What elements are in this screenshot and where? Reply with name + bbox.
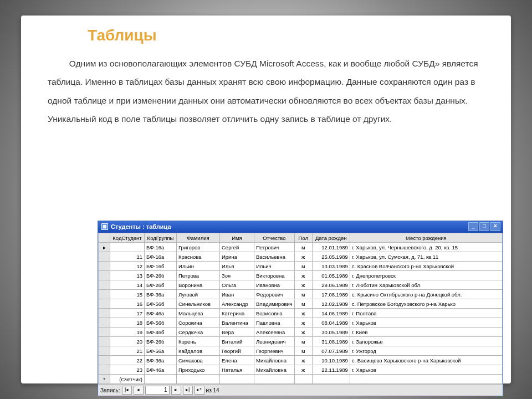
window-titlebar[interactable]: ▦ Студенты : таблица _ □ × bbox=[98, 221, 503, 233]
cell-surname[interactable]: Корень bbox=[177, 337, 220, 346]
row-selector[interactable] bbox=[99, 280, 110, 290]
row-selector[interactable] bbox=[99, 337, 110, 346]
cell-place[interactable]: г. Харьков bbox=[350, 318, 502, 328]
cell-id[interactable]: 14 bbox=[110, 280, 145, 290]
cell-name[interactable]: Зоя bbox=[220, 271, 254, 280]
cell-group[interactable]: БФ-46а bbox=[145, 309, 177, 318]
cell-patronymic[interactable]: Васильевна bbox=[254, 252, 295, 262]
column-header[interactable]: Отчество bbox=[254, 233, 295, 243]
cell-name[interactable]: Катерина bbox=[220, 309, 254, 318]
cell-dob[interactable]: 12.01.1989 bbox=[312, 243, 350, 252]
table-row[interactable]: 22БФ-36аСимаковаЕленаМихайловнаж10.10.19… bbox=[99, 356, 503, 365]
cell-name[interactable]: Сергей bbox=[220, 243, 254, 252]
cell-surname[interactable]: Воронина bbox=[177, 280, 220, 290]
cell-dob[interactable]: 01.05.1989 bbox=[312, 271, 350, 280]
cell-id[interactable]: 18 bbox=[110, 318, 145, 328]
cell-name[interactable]: Ирина bbox=[220, 252, 254, 262]
cell-dob[interactable]: 17.08.1989 bbox=[312, 290, 350, 299]
cell-place[interactable]: с. Краснов Волчанского р-на Харьковской bbox=[350, 262, 502, 271]
nav-new-button[interactable]: ▸* bbox=[195, 386, 204, 395]
cell-name[interactable]: Георгий bbox=[220, 346, 254, 356]
cell-patronymic[interactable]: Леонидович bbox=[254, 337, 295, 346]
cell-gender[interactable]: м bbox=[294, 346, 312, 356]
table-row[interactable]: 18БФ-56бСорокинаВалентинаПавловнаж08.04.… bbox=[99, 318, 503, 328]
cell-name[interactable]: Наталья bbox=[220, 365, 254, 375]
row-selector[interactable] bbox=[99, 271, 110, 280]
nav-first-button[interactable]: |◂ bbox=[122, 386, 132, 395]
cell-place[interactable]: с. Крысино Октябрьского р-на Донецкой об… bbox=[350, 290, 502, 299]
cell-id[interactable]: 15 bbox=[110, 290, 145, 299]
cell-dob[interactable]: 07.07.1989 bbox=[312, 346, 350, 356]
cell-name[interactable]: Александр bbox=[220, 299, 254, 309]
cell-gender[interactable]: ж bbox=[294, 252, 312, 262]
cell-dob[interactable]: 25.05.1989 bbox=[312, 252, 350, 262]
table-row[interactable]: 23БФ-46аПриходькоНатальяМихайловнаж22.11… bbox=[99, 365, 503, 375]
cell-place[interactable]: г. Запорожье bbox=[350, 337, 502, 346]
row-selector[interactable] bbox=[99, 318, 110, 328]
cell-patronymic[interactable]: Викторовна bbox=[254, 271, 295, 280]
column-header[interactable]: Пол bbox=[294, 233, 312, 243]
cell-group[interactable]: БФ-46а bbox=[145, 365, 177, 375]
cell-group[interactable]: БФ-56б bbox=[145, 318, 177, 328]
cell-dob[interactable]: 30.05.1989 bbox=[312, 328, 350, 337]
table-row[interactable]: 17БФ-46аМальцеваКатеринаБорисовнаж14.06.… bbox=[99, 309, 503, 318]
cell-name[interactable]: Елена bbox=[220, 356, 254, 365]
cell-group[interactable]: БФ-16а bbox=[145, 252, 177, 262]
cell-name[interactable]: Валентина bbox=[220, 318, 254, 328]
table-row[interactable]: 12БФ-16бИльинИльяИльичм13.03.1989с. Крас… bbox=[99, 262, 503, 271]
cell-id[interactable]: 12 bbox=[110, 262, 145, 271]
record-navigator[interactable]: Запись: |◂ ◂ 1 ▸ ▸| ▸* из 14 bbox=[98, 384, 503, 396]
table-row[interactable]: 11БФ-16аКрасноваИринаВасильевнаж25.05.19… bbox=[99, 252, 503, 262]
cell-dob[interactable]: 12.02.1989 bbox=[312, 299, 350, 309]
row-selector[interactable] bbox=[99, 346, 110, 356]
row-selector[interactable] bbox=[99, 262, 110, 271]
cell-patronymic[interactable]: Федорович bbox=[254, 290, 295, 299]
cell-gender[interactable]: ж bbox=[294, 356, 312, 365]
cell-id[interactable]: 17 bbox=[110, 309, 145, 318]
cell-patronymic[interactable]: Михайловна bbox=[254, 356, 295, 365]
cell-id[interactable]: 13 bbox=[110, 271, 145, 280]
row-selector[interactable] bbox=[99, 356, 110, 365]
cell-group[interactable]: БФ-26б bbox=[145, 337, 177, 346]
cell-gender[interactable]: ж bbox=[294, 365, 312, 375]
cell-gender[interactable]: ж bbox=[294, 318, 312, 328]
nav-last-button[interactable]: ▸| bbox=[183, 386, 193, 395]
cell-patronymic[interactable]: Ильич bbox=[254, 262, 295, 271]
cell-id[interactable] bbox=[110, 243, 145, 252]
cell-name[interactable]: Илья bbox=[220, 262, 254, 271]
cell-place[interactable]: г. Ужгород bbox=[350, 346, 502, 356]
column-header[interactable]: Место рождения bbox=[350, 233, 502, 243]
cell-id[interactable]: 11 bbox=[110, 252, 145, 262]
table-row[interactable]: ▸БФ-16аГригоровСергейПетровичм12.01.1989… bbox=[99, 243, 503, 252]
cell-surname[interactable]: Сорокина bbox=[177, 318, 220, 328]
close-button[interactable]: × bbox=[490, 222, 500, 231]
cell-patronymic[interactable]: Петрович bbox=[254, 243, 295, 252]
row-selector[interactable]: * bbox=[99, 375, 110, 384]
column-header[interactable]: Имя bbox=[220, 233, 254, 243]
cell-place[interactable]: г. Киев bbox=[350, 328, 502, 337]
cell-place[interactable]: г. Харьков, ул. Чернышевского, д. 20, кв… bbox=[350, 243, 502, 252]
table-row[interactable]: 20БФ-26бКореньВиталийЛеонидовичм31.08.19… bbox=[99, 337, 503, 346]
cell-patronymic[interactable]: Павловна bbox=[254, 318, 295, 328]
row-selector[interactable] bbox=[99, 290, 110, 299]
cell-group[interactable]: БФ-36а bbox=[145, 290, 177, 299]
cell-gender[interactable]: ж bbox=[294, 280, 312, 290]
cell-surname[interactable]: Григоров bbox=[177, 243, 220, 252]
cell-surname[interactable]: Синельников bbox=[177, 299, 220, 309]
cell-id[interactable]: 21 bbox=[110, 346, 145, 356]
row-selector[interactable] bbox=[99, 309, 110, 318]
cell-surname[interactable]: Краснова bbox=[177, 252, 220, 262]
cell-group[interactable]: БФ-56б bbox=[145, 299, 177, 309]
nav-next-button[interactable]: ▸ bbox=[171, 386, 181, 395]
cell-gender[interactable]: ж bbox=[294, 328, 312, 337]
cell-group[interactable]: БФ-16б bbox=[145, 262, 177, 271]
cell-surname[interactable]: Приходько bbox=[177, 365, 220, 375]
cell-dob[interactable]: 10.10.1989 bbox=[312, 356, 350, 365]
nav-prev-button[interactable]: ◂ bbox=[134, 386, 144, 395]
cell-group[interactable]: БФ-26б bbox=[145, 271, 177, 280]
cell-place[interactable]: г. Харьков bbox=[350, 365, 502, 375]
row-selector[interactable]: ▸ bbox=[99, 243, 110, 252]
row-selector[interactable] bbox=[99, 365, 110, 375]
cell-id[interactable]: 22 bbox=[110, 356, 145, 365]
cell-place[interactable]: г. Днепропетровск bbox=[350, 271, 502, 280]
